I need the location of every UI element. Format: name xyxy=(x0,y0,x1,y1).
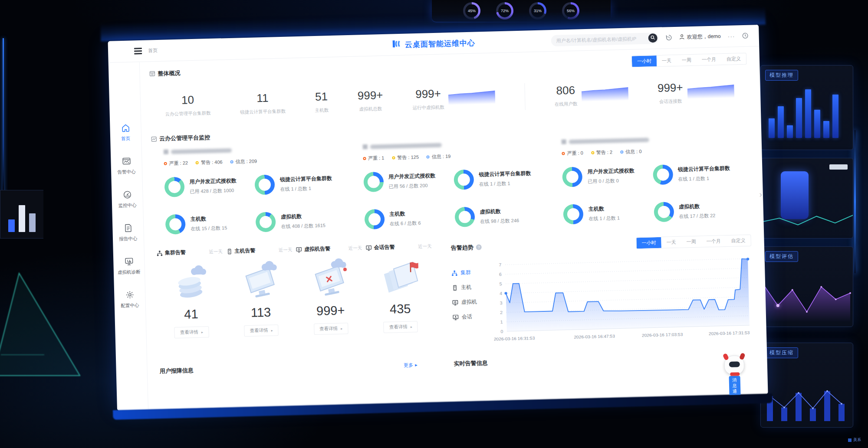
donut-chart xyxy=(454,170,474,190)
view-detail-button[interactable]: 查看详情▸ xyxy=(244,324,279,337)
legend-item-vm[interactable]: 虚拟机 xyxy=(452,298,492,306)
monitor-section-title: 云办公管理平台监控 xyxy=(151,134,210,143)
background-panel-model-evaluation: 模型评估 xyxy=(760,246,853,327)
donut-card-info: 用户并发正式授权数已用 56 / 总数 200 xyxy=(388,172,436,190)
view-detail-button[interactable]: 查看详情▸ xyxy=(314,323,349,335)
user-welcome[interactable]: 欢迎您，demo xyxy=(679,33,720,41)
search-input[interactable] xyxy=(556,36,648,43)
menu-toggle-button[interactable] xyxy=(134,48,142,54)
svg-text:4: 4 xyxy=(500,291,502,296)
time-filter-button-overview[interactable]: 一小时 xyxy=(632,56,657,67)
alert-card-title: 主机告警 xyxy=(234,247,255,255)
donut-card-detail: 在线 1 / 总数 1 xyxy=(589,215,620,222)
monitor-icon xyxy=(122,190,132,201)
legend-item-cluster[interactable]: 集群 xyxy=(451,268,491,277)
session-icon xyxy=(453,314,459,320)
donut-card-title: 用户并发正式授权数 xyxy=(190,177,237,186)
blurred-icon xyxy=(362,144,367,149)
sidebar-item-monitor[interactable]: 监控中心 xyxy=(118,190,137,209)
stat-value: 806 xyxy=(554,84,577,98)
severe-dot-icon xyxy=(164,162,167,165)
donut-card-detail: 在线 1 / 总数 1 xyxy=(479,180,531,187)
time-filter-button-trend[interactable]: 自定义 xyxy=(726,235,751,246)
panel-title-chip: 模型评估 xyxy=(765,251,798,262)
svg-text:2: 2 xyxy=(500,310,503,315)
overview-stats: 10云办公管理平台集群数11锐捷云计算平台集群数51主机数999+虚拟机总数99… xyxy=(164,72,735,124)
platform-group: 严重 : 1警告 : 125信息 : 19用户并发正式授权数已用 56 / 总数… xyxy=(350,140,551,230)
time-filter-button-trend[interactable]: 一周 xyxy=(681,236,701,248)
mascot[interactable]: 消息通知 xyxy=(720,355,749,402)
alert-card-header: 虚拟机告警近一天 xyxy=(296,244,362,253)
svg-text:2026-03-16 17:03:53: 2026-03-16 17:03:53 xyxy=(642,332,683,338)
more-link[interactable]: 更多 ▸ xyxy=(404,362,418,369)
sidebar-item-home[interactable]: 首页 xyxy=(121,123,131,142)
donut-hole xyxy=(169,218,182,231)
sidebar-item-alarm[interactable]: 告警中心 xyxy=(117,156,136,175)
donut-card-info: 锐捷云计算平台集群数在线 1 / 总数 1 xyxy=(280,175,332,193)
time-filter-button-overview[interactable]: 一周 xyxy=(677,55,697,66)
time-filter-button-trend[interactable]: 一个月 xyxy=(701,235,726,247)
severity-text: 信息 : 209 xyxy=(235,158,257,165)
severity-warning: 警告 : 125 xyxy=(392,154,419,161)
donut-chart xyxy=(165,214,186,235)
time-filter-button-overview[interactable]: 一个月 xyxy=(697,54,722,65)
donut-card-info: 锐捷云计算平台集群数在线 1 / 总数 1 xyxy=(479,170,531,187)
info-dot-icon xyxy=(230,160,233,164)
severity-severe: 严重 : 22 xyxy=(164,160,188,167)
alert-card-title: 会话告警 xyxy=(374,243,395,251)
legend-item-host[interactable]: 主机 xyxy=(452,283,492,291)
donut-hole xyxy=(368,213,381,226)
user-icon xyxy=(679,34,684,41)
time-filter-button-overview[interactable]: 自定义 xyxy=(721,53,746,65)
severity-text: 警告 : 125 xyxy=(397,154,419,161)
help-icon[interactable]: ? xyxy=(476,244,482,250)
severity-text: 严重 : 0 xyxy=(567,150,583,157)
history-icon[interactable] xyxy=(665,34,672,41)
clock-icon[interactable] xyxy=(742,33,748,39)
sidebar-item-config[interactable]: 配置中心 xyxy=(121,290,139,309)
time-filter-button-trend[interactable]: 一小时 xyxy=(636,237,661,249)
platform-group: 严重 : 22警告 : 406信息 : 209用户并发正式授权数已用 428 /… xyxy=(151,145,352,235)
view-detail-button[interactable]: 查看详情▸ xyxy=(174,326,209,338)
search-button[interactable] xyxy=(648,33,658,43)
global-search xyxy=(551,32,659,46)
background-panel-model-compression: 模型压缩 xyxy=(760,343,853,428)
sidebar-item-vmdiag[interactable]: 虚拟机诊断 xyxy=(117,256,141,275)
fault-report-title: 用户报障信息 xyxy=(160,366,194,375)
severity-text: 严重 : 1 xyxy=(368,155,385,162)
background-panel-middle xyxy=(760,158,853,239)
view-detail-button[interactable]: 查看详情▸ xyxy=(384,321,418,333)
legend-item-session[interactable]: 会话 xyxy=(453,313,493,321)
severity-severe: 严重 : 0 xyxy=(562,150,583,157)
vmdiag-icon xyxy=(124,257,134,268)
stat-sparkline xyxy=(581,86,628,104)
donut-card-detail: 在线 15 / 总数 15 xyxy=(191,225,227,232)
stat-label: 锐捷云计算平台集群数 xyxy=(240,108,286,116)
donut-hole xyxy=(259,179,271,191)
trend-title: 告警趋势 xyxy=(451,243,473,252)
blurred-icon xyxy=(164,150,168,154)
carousel-next-button[interactable]: › xyxy=(759,190,762,199)
vm-icon xyxy=(296,246,302,252)
donut-card: 锐捷云计算平台集群数在线 1 / 总数 1 xyxy=(653,163,738,185)
stat-value: 10 xyxy=(165,93,211,108)
arrow-right-icon: ▸ xyxy=(271,328,273,332)
donut-hole xyxy=(567,208,580,221)
sidebar-item-report[interactable]: 报告中心 xyxy=(119,223,138,242)
alert-card-vm: 虚拟机告警近一天999+查看详情▸ xyxy=(296,244,365,353)
realtime-alarm-title: 实时告警信息 xyxy=(454,359,487,368)
ellipsis-menu[interactable]: ··· xyxy=(727,33,735,39)
time-filter-button-overview[interactable]: 一天 xyxy=(657,55,677,66)
stat-sparkline xyxy=(448,89,496,107)
severe-dot-icon xyxy=(363,157,366,160)
donut-card: 主机数在线 15 / 总数 15 xyxy=(165,213,251,235)
severity-info: 信息 : 19 xyxy=(427,153,451,160)
donut-card-title: 主机数 xyxy=(589,205,620,213)
severe-dot-icon xyxy=(562,152,565,155)
info-dot-icon xyxy=(427,155,430,158)
alert-card-header: 会话告警近一天 xyxy=(365,242,431,252)
time-filter-button-trend[interactable]: 一天 xyxy=(661,237,681,248)
donut-card-detail: 已用 56 / 总数 200 xyxy=(389,182,436,190)
alert-card-range: 近一天 xyxy=(418,243,432,250)
alert-card-count: 999+ xyxy=(297,303,364,319)
